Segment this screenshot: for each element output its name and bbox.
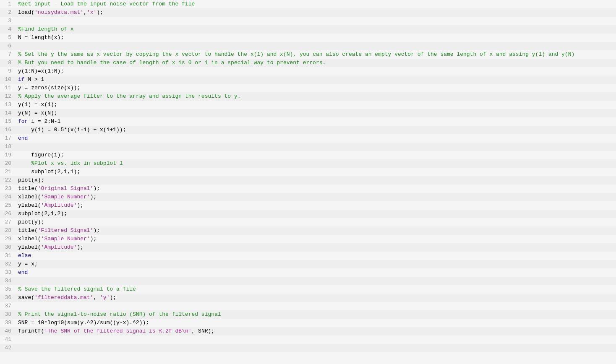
code-segment: y = x; <box>18 261 38 267</box>
line-number: 4 <box>0 25 15 34</box>
code-segment: if <box>18 76 25 83</box>
code-segment: load( <box>18 9 34 16</box>
line-content: figure(1); <box>15 151 616 159</box>
code-segment: subplot(2,1,2); <box>18 211 67 217</box>
code-segment: ); <box>77 244 84 250</box>
line-content: %Plot x vs. idx in subplot 1 <box>15 159 616 168</box>
line-number: 34 <box>0 277 15 285</box>
line-number: 14 <box>0 109 15 117</box>
code-segment: i = 2:N-1 <box>28 118 60 125</box>
line-content: fprintf('The SNR of the filtered signal … <box>15 327 616 335</box>
line-number: 32 <box>0 260 15 268</box>
code-segment: , <box>84 9 87 16</box>
line-content <box>15 344 616 352</box>
line-number: 35 <box>0 285 15 294</box>
code-segment: 'Sample Number' <box>41 236 90 242</box>
code-segment: y(1) = x(1); <box>18 101 57 108</box>
code-segment: 'x' <box>87 9 97 16</box>
line-content: %Get input - Load the input noise vector… <box>15 0 616 8</box>
line-number: 10 <box>0 75 15 84</box>
code-segment: % Save the filtered signal to a file <box>18 286 136 292</box>
code-row: 6 <box>0 42 616 50</box>
code-segment: end <box>18 269 28 276</box>
code-row: 18 <box>0 143 616 151</box>
line-number: 2 <box>0 8 15 17</box>
line-number: 28 <box>0 226 15 235</box>
code-segment: for <box>18 118 28 125</box>
code-segment: figure(1); <box>18 152 64 158</box>
code-segment: else <box>18 252 31 259</box>
line-number: 5 <box>0 34 15 42</box>
code-row: 21 subplot(2,1,1); <box>0 168 616 176</box>
line-content <box>15 302 616 310</box>
code-editor[interactable]: 1%Get input - Load the input noise vecto… <box>0 0 616 364</box>
code-segment: , SNR); <box>191 328 214 334</box>
code-segment: ); <box>110 294 116 301</box>
line-content <box>15 17 616 25</box>
code-row: 33end <box>0 268 616 277</box>
code-segment: % Apply the average filter to the array … <box>18 93 241 99</box>
code-row: 3 <box>0 17 616 25</box>
line-number: 40 <box>0 327 15 335</box>
line-number: 3 <box>0 17 15 25</box>
line-content <box>15 335 616 344</box>
code-segment: SNR = 10*log10(sum(y.^2)/sum((y-x).^2)); <box>18 320 149 326</box>
code-segment: title( <box>18 227 38 234</box>
line-number: 39 <box>0 319 15 327</box>
code-row: 31else <box>0 252 616 260</box>
code-segment: y(N) = x(N); <box>18 110 57 116</box>
code-segment: % Set the y the same as x vector by copy… <box>18 51 267 57</box>
line-content: y(i) = 0.5*(x(i-1) + x(i+1)); <box>15 126 616 134</box>
code-segment: , <box>93 294 100 301</box>
code-row: 35% Save the filtered signal to a file <box>0 285 616 294</box>
code-segment: subplot(2,1,1); <box>18 169 80 175</box>
code-segment: % Print the signal-to-noise ratio (SNR) … <box>18 311 221 317</box>
code-row: 22plot(x); <box>0 176 616 185</box>
code-segment: N = length(x); <box>18 34 64 41</box>
line-number: 16 <box>0 126 15 134</box>
code-segment: xlabel( <box>18 236 41 242</box>
line-content: % Print the signal-to-noise ratio (SNR) … <box>15 310 616 319</box>
code-segment: %Plot x vs. idx in subplot 1 <box>18 160 123 166</box>
line-number: 11 <box>0 84 15 92</box>
code-row: 36save('filtereddata.mat', 'y'); <box>0 294 616 302</box>
line-number: 22 <box>0 176 15 185</box>
line-number: 41 <box>0 335 15 344</box>
line-number: 18 <box>0 143 15 151</box>
code-segment: ); <box>77 202 84 208</box>
line-number: 24 <box>0 193 15 201</box>
code-segment: %Find length of x <box>18 26 74 32</box>
line-content: subplot(2,1,2); <box>15 210 616 218</box>
line-content: y = zeros(size(x)); <box>15 84 616 92</box>
code-segment: 'The SNR of the filtered signal is %.2f … <box>44 328 191 334</box>
code-segment: ylabel( <box>18 202 41 208</box>
code-row: 26subplot(2,1,2); <box>0 210 616 218</box>
code-row: 37 <box>0 302 616 310</box>
code-segment: ); <box>90 236 97 242</box>
code-row: 5N = length(x); <box>0 34 616 42</box>
line-content: for i = 2:N-1 <box>15 117 616 126</box>
code-segment: y(i) = 0.5*(x(i-1) + x(i+1)); <box>18 127 126 133</box>
code-row: 24xlabel('Sample Number'); <box>0 193 616 201</box>
code-row: 20 %Plot x vs. idx in subplot 1 <box>0 159 616 168</box>
line-content: % Save the filtered signal to a file <box>15 285 616 294</box>
code-segment: 'Filtered Signal' <box>38 227 94 234</box>
line-content: y = x; <box>15 260 616 268</box>
code-segment: 'Sample Number' <box>41 194 90 200</box>
line-content: end <box>15 268 616 277</box>
code-row: 11y = zeros(size(x)); <box>0 84 616 92</box>
line-number: 17 <box>0 134 15 143</box>
code-row: 41 <box>0 335 616 344</box>
code-row: 16 y(i) = 0.5*(x(i-1) + x(i+1)); <box>0 126 616 134</box>
code-row: 4%Find length of x <box>0 25 616 34</box>
code-segment: ); <box>90 194 97 200</box>
code-row: 13y(1) = x(1); <box>0 101 616 109</box>
code-segment: y = zeros(size(x)); <box>18 85 80 91</box>
line-number: 42 <box>0 344 15 352</box>
line-content: end <box>15 134 616 143</box>
line-content: xlabel('Sample Number'); <box>15 193 616 201</box>
line-content: plot(y); <box>15 218 616 226</box>
line-content: xlabel('Sample Number'); <box>15 235 616 243</box>
line-content: save('filtereddata.mat', 'y'); <box>15 294 616 302</box>
code-segment: N > 1 <box>25 76 44 83</box>
